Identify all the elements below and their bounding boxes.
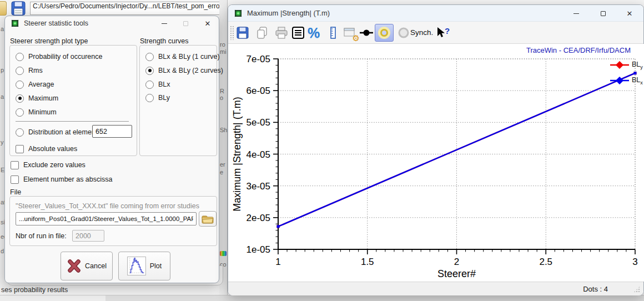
checkbox-icon: [11, 175, 19, 184]
save-icon[interactable]: [10, 1, 27, 16]
chart-canvas[interactable]: 11.522.531e-052e-053e-054e-055e-056e-057…: [228, 44, 644, 282]
resize-grip[interactable]: [633, 286, 640, 293]
minimize-button[interactable]: [156, 18, 173, 29]
maximum-strength-plot-window: Maximum |Strength| (T.m) ✕: [228, 4, 644, 295]
radio-label: Distribution at element: [28, 128, 97, 136]
radio-icon: [145, 53, 154, 61]
radio-blx-bly-2-curves[interactable]: BLx & BLy (2 curves): [145, 65, 223, 76]
plot-toolbar: % ⚙: [228, 22, 643, 44]
element-number-field[interactable]: [92, 125, 132, 138]
radio-rms[interactable]: Rms: [16, 65, 43, 76]
text-fragment: ro: [220, 41, 225, 48]
checkbox-absolute-values[interactable]: Absolute values: [16, 143, 77, 154]
active-marker-button[interactable]: [375, 24, 394, 42]
radio-icon: [16, 108, 24, 117]
radio-label: BLx: [158, 81, 170, 88]
close-button[interactable]: ✕: [199, 18, 216, 29]
radio-label: BLy: [158, 94, 170, 102]
synch-label: Synch.: [410, 28, 433, 37]
legend-item-blx: BLx: [610, 76, 643, 86]
inactive-marker-icon: [396, 26, 411, 40]
ruler-button[interactable]: [324, 24, 341, 42]
folder-icon: [202, 214, 214, 224]
dialog-titlebar[interactable]: Steerer statistic tools ✕: [5, 16, 219, 31]
copy-icon: [255, 26, 269, 39]
checkbox-element-number-as-abscissa[interactable]: Element number as abscissa: [11, 174, 113, 185]
text-fragment: a: [1, 93, 4, 100]
radio-icon: [145, 67, 154, 75]
background-path-field[interactable]: C:/Users/Pedro/Documents/Injector/Dy...n…: [30, 2, 224, 15]
tracewin-app-icon: [234, 9, 243, 18]
svg-text:2: 2: [454, 257, 459, 267]
minimize-icon: [573, 13, 579, 14]
histogram-icon: [127, 257, 146, 275]
radio-label: Rms: [28, 67, 43, 74]
radio-label: Probability of occurence: [28, 53, 102, 61]
tracewin-app-icon: [11, 19, 19, 28]
dialog-title: Steerer statistic tools: [24, 19, 88, 27]
plot-type-groupbox: Probability of occurence Rms Average Max…: [9, 45, 137, 156]
plot-window-title: Maximum |Strength| (T.m): [247, 9, 330, 17]
radio-blx-bly-1-curve[interactable]: BLx & BLy (1 curve): [145, 51, 220, 62]
file-path-field[interactable]: [16, 212, 197, 225]
minimize-icon: [162, 23, 167, 24]
copy-button[interactable]: [253, 24, 271, 42]
browse-button[interactable]: [199, 211, 217, 227]
text-fragment: er: [220, 161, 225, 168]
minimize-button[interactable]: [568, 8, 585, 19]
checkbox-icon: [16, 145, 24, 153]
maximize-button[interactable]: [177, 18, 194, 29]
svg-text:?: ?: [445, 26, 450, 36]
radio-probability-of-occurence[interactable]: Probability of occurence: [16, 51, 102, 62]
close-icon: ✕: [205, 19, 211, 28]
svg-text:1e-05: 1e-05: [246, 244, 270, 255]
close-icon: ✕: [627, 9, 633, 18]
svg-text:Maximum |Strength| (T.m): Maximum |Strength| (T.m): [232, 97, 243, 211]
print-icon: [275, 26, 288, 39]
legend-label: BLy: [632, 61, 643, 70]
radio-bly[interactable]: BLy: [145, 92, 170, 103]
cancel-button[interactable]: Cancel: [61, 252, 113, 280]
help-cursor-icon: ?: [435, 26, 450, 39]
close-button[interactable]: ✕: [621, 8, 638, 19]
svg-text:3: 3: [632, 257, 637, 267]
text-fragment: p: [1, 67, 4, 73]
plot-titlebar[interactable]: Maximum |Strength| (T.m) ✕: [228, 5, 643, 22]
print-button[interactable]: [273, 24, 290, 42]
text-fragment: o: [220, 94, 223, 101]
percent-icon: %: [308, 25, 320, 41]
plot-statusbar: Dots : 4: [228, 282, 643, 295]
radio-distribution-at-element[interactable]: Distribution at element: [16, 127, 97, 138]
dots-count-label: Dots : 4: [583, 285, 608, 293]
radio-maximum[interactable]: Maximum: [16, 93, 58, 104]
radio-blx[interactable]: BLx: [145, 79, 170, 90]
strength-curves-section-label: Strength curves: [140, 37, 189, 45]
percent-button[interactable]: %: [305, 24, 323, 42]
plot-settings-button[interactable]: ⚙: [341, 24, 359, 42]
svg-text:3e-05: 3e-05: [246, 181, 270, 192]
checkbox-exclude-zero-values[interactable]: Exclude zero values: [11, 159, 85, 170]
active-marker-icon: [377, 26, 391, 40]
maximize-button[interactable]: [595, 8, 611, 19]
density-plot-icon: [220, 251, 227, 256]
nbr-of-run-label: Nbr of run in file:: [16, 232, 67, 240]
svg-text:Steerer#: Steerer#: [437, 268, 476, 279]
file-groupbox: "Steerer_Values_Tot_XXX.txt" file coming…: [9, 196, 217, 246]
radio-minimum[interactable]: Minimum: [16, 107, 57, 118]
nbr-of-run-field: [72, 230, 104, 242]
radio-average[interactable]: Average: [16, 79, 54, 90]
ruler-icon: [326, 26, 339, 39]
radio-icon: [16, 81, 24, 89]
save-button[interactable]: [234, 24, 251, 42]
radio-label: BLx & BLy (1 curve): [158, 53, 220, 61]
marker-line-button[interactable]: [358, 24, 375, 42]
svg-text:1.5: 1.5: [361, 257, 374, 267]
file-section-label: File: [10, 188, 21, 196]
help-cursor-button[interactable]: ?: [434, 24, 451, 42]
radio-label: Average: [28, 81, 54, 88]
svg-text:1: 1: [275, 257, 280, 267]
radio-icon: [145, 94, 154, 102]
plot-button[interactable]: Plot: [118, 252, 170, 280]
report-icon: [291, 26, 305, 39]
plot-type-section-label: Steerer strength plot type: [10, 37, 88, 45]
